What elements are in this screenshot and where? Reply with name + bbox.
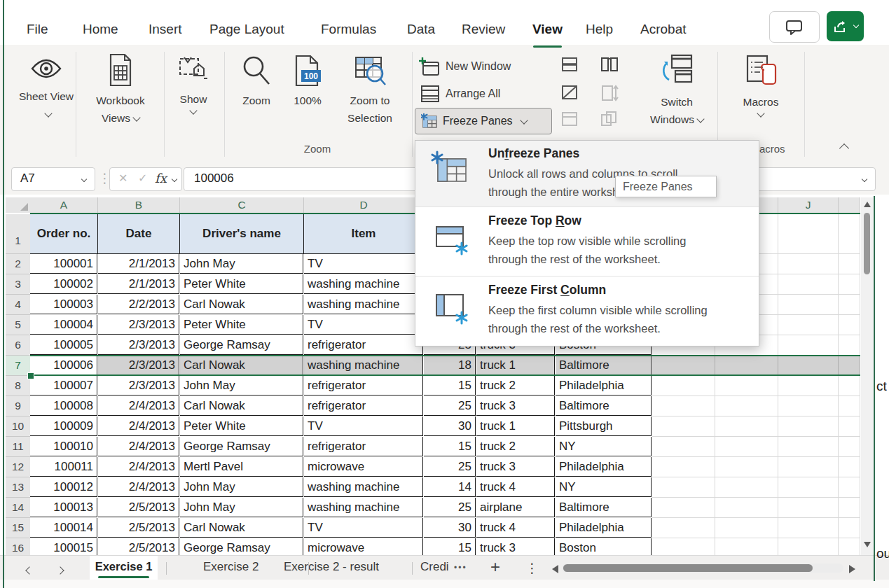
cell[interactable]: [839, 518, 860, 538]
row-header-3[interactable]: 3: [6, 274, 30, 295]
vertical-scrollbar[interactable]: [861, 197, 873, 555]
header-cell[interactable]: Date: [98, 214, 180, 254]
cell[interactable]: [839, 315, 860, 335]
cell-B13[interactable]: 2/4/2013: [98, 477, 179, 497]
cell[interactable]: [839, 498, 860, 518]
cell-E9[interactable]: 25: [424, 396, 476, 416]
cell[interactable]: [778, 437, 839, 457]
show-button[interactable]: Show: [168, 55, 219, 115]
cell[interactable]: [839, 396, 860, 416]
cell[interactable]: [778, 356, 839, 376]
column-header-partial[interactable]: [839, 197, 860, 213]
sheet-options-button[interactable]: ⋮: [525, 560, 539, 576]
cell[interactable]: [715, 538, 778, 555]
cell-F15[interactable]: truck 4: [476, 518, 555, 538]
cell-C9[interactable]: Carl Nowak: [180, 396, 303, 416]
vertical-scroll-thumb[interactable]: [864, 213, 870, 274]
cell-E10[interactable]: 30: [424, 416, 476, 436]
sheet-nav-left-button[interactable]: [27, 564, 32, 576]
reset-window-position-button[interactable]: [600, 111, 619, 127]
cell[interactable]: [839, 457, 860, 477]
cell-A3[interactable]: 100002: [30, 274, 97, 294]
cell-B7[interactable]: 2/3/2013: [98, 356, 179, 375]
cell-B8[interactable]: 2/3/2013: [98, 376, 179, 396]
name-box-chevron-icon[interactable]: [81, 176, 87, 182]
cell-D7[interactable]: washing machine: [304, 356, 423, 375]
fx-chevron-icon[interactable]: [172, 176, 177, 182]
cell-A4[interactable]: 100003: [30, 295, 97, 314]
cell-G11[interactable]: NY: [556, 437, 652, 456]
row-header-11[interactable]: 11: [6, 437, 30, 457]
sheet-tab-credi[interactable]: Credi: [420, 560, 449, 574]
cell[interactable]: [652, 538, 715, 555]
cell[interactable]: [715, 416, 778, 437]
cell-D10[interactable]: TV: [304, 416, 423, 436]
cell-G14[interactable]: Baltimore: [556, 498, 652, 517]
scroll-down-arrow-icon[interactable]: [864, 542, 871, 547]
cell[interactable]: [652, 356, 715, 376]
row-header-14[interactable]: 14: [6, 498, 30, 518]
cell[interactable]: [778, 335, 839, 356]
menu-tab-data[interactable]: Data: [407, 20, 435, 39]
zoom-button[interactable]: Zoom: [230, 55, 283, 109]
cell-D11[interactable]: refrigerator: [304, 437, 423, 456]
collapse-ribbon-button[interactable]: [841, 140, 848, 155]
cell-B4[interactable]: 2/2/2013: [98, 295, 179, 314]
cell[interactable]: [839, 538, 860, 555]
cell-B14[interactable]: 2/5/2013: [98, 498, 179, 517]
column-header-J[interactable]: J: [778, 197, 839, 213]
cell-B6[interactable]: 2/3/2013: [98, 335, 179, 355]
cell-F13[interactable]: truck 4: [476, 477, 555, 497]
cell-D13[interactable]: washing machine: [304, 477, 423, 497]
switch-windows-button[interactable]: Switch Windows: [642, 53, 712, 128]
zoom-100-button[interactable]: 100 100%: [286, 55, 329, 109]
cell-G15[interactable]: Philadelphia: [556, 518, 652, 538]
cell-A16[interactable]: 100015: [30, 538, 97, 555]
cell[interactable]: [652, 437, 715, 457]
cell[interactable]: [652, 396, 715, 416]
insert-function-icon[interactable]: fx: [155, 171, 167, 186]
cell[interactable]: [715, 437, 778, 457]
cell-G16[interactable]: Boston: [556, 538, 652, 555]
menu-tab-insert[interactable]: Insert: [149, 20, 182, 39]
cell[interactable]: [778, 416, 839, 437]
sheet-view-button[interactable]: Sheet View: [17, 55, 76, 122]
hide-button[interactable]: [560, 84, 579, 101]
cell[interactable]: [778, 274, 839, 295]
cell[interactable]: [652, 518, 715, 538]
cell-F12[interactable]: truck 3: [476, 457, 555, 477]
cell-C14[interactable]: John May: [180, 498, 303, 517]
cell-E13[interactable]: 14: [424, 477, 476, 497]
cell[interactable]: [715, 376, 778, 396]
view-side-by-side-button[interactable]: [600, 56, 619, 73]
row-header-13[interactable]: 13: [6, 477, 30, 498]
arrange-all-button[interactable]: Arrange All: [419, 83, 500, 104]
cell-E15[interactable]: 30: [424, 518, 476, 538]
cell-G10[interactable]: Pittsburgh: [556, 416, 652, 436]
cell-B12[interactable]: 2/4/2013: [98, 457, 179, 477]
cell-D15[interactable]: TV: [304, 518, 423, 538]
header-cell[interactable]: Order no.: [30, 214, 98, 254]
cell-C7[interactable]: Carl Nowak: [180, 356, 303, 375]
horizontal-scroll-thumb[interactable]: [563, 564, 813, 572]
hscroll-left-arrow-icon[interactable]: [552, 565, 558, 573]
cell[interactable]: [839, 437, 860, 457]
cell[interactable]: [778, 518, 839, 538]
column-header-D[interactable]: D: [304, 197, 424, 213]
cell[interactable]: [652, 477, 715, 498]
cell-A9[interactable]: 100008: [30, 396, 97, 416]
cell-E12[interactable]: 25: [424, 457, 476, 477]
cell-D5[interactable]: TV: [304, 315, 423, 335]
cell-B10[interactable]: 2/4/2013: [98, 416, 179, 436]
cell-D4[interactable]: washing machine: [304, 295, 423, 314]
cell-B2[interactable]: 2/1/2013: [98, 254, 179, 274]
cell[interactable]: [839, 376, 860, 396]
cell-E16[interactable]: 15: [424, 538, 476, 555]
menu-item-freeze-top-row[interactable]: Freeze Top RowKeep the top row visible w…: [415, 207, 759, 276]
cell-G8[interactable]: Philadelphia: [556, 376, 652, 396]
row-header-4[interactable]: 4: [6, 295, 30, 315]
cell[interactable]: [652, 457, 715, 477]
cell[interactable]: [839, 356, 860, 376]
formula-bar-expand-chevron-icon[interactable]: [862, 176, 867, 182]
header-cell[interactable]: Item: [304, 214, 424, 254]
